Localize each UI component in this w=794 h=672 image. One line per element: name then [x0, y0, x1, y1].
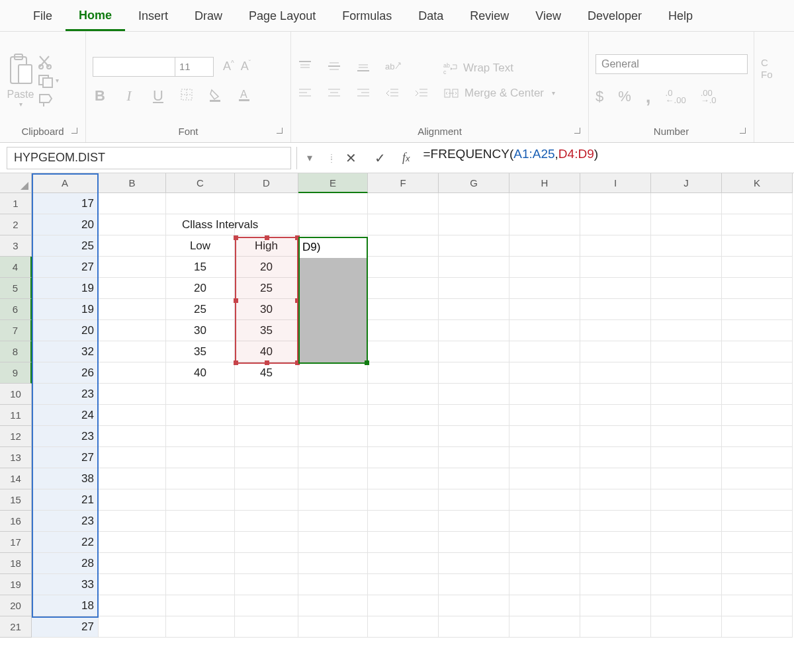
cell-A15[interactable]: 21	[32, 489, 99, 511]
cell-G7[interactable]	[439, 320, 509, 341]
cell-J10[interactable]	[651, 384, 722, 405]
decrease-indent-icon[interactable]	[385, 87, 400, 102]
cell-I20[interactable]	[580, 595, 651, 616]
cell-B1[interactable]	[99, 193, 166, 214]
column-header-C[interactable]: C	[166, 173, 235, 193]
cell-B17[interactable]	[99, 532, 166, 553]
cell-H14[interactable]	[509, 468, 580, 489]
cell-D6[interactable]: 30	[235, 299, 298, 320]
row-header-3[interactable]: 3	[0, 235, 32, 257]
row-header-9[interactable]: 9	[0, 362, 32, 384]
cell-H11[interactable]	[509, 405, 580, 426]
cell-D19[interactable]	[235, 574, 298, 595]
cell-J8[interactable]	[651, 341, 722, 362]
row-header-15[interactable]: 15	[0, 489, 32, 511]
align-top-icon[interactable]	[298, 60, 312, 75]
cell-J2[interactable]	[651, 214, 722, 235]
cell-D20[interactable]	[235, 595, 298, 616]
tab-draw[interactable]: Draw	[181, 1, 236, 30]
cell-G1[interactable]	[439, 193, 509, 214]
cell-F8[interactable]	[368, 341, 439, 362]
cell-D9[interactable]: 45	[235, 362, 298, 384]
cell-B3[interactable]	[99, 235, 166, 257]
cell-C4[interactable]: 15	[166, 257, 235, 278]
cell-B6[interactable]	[99, 299, 166, 320]
cell-F12[interactable]	[368, 426, 439, 447]
cell-F13[interactable]	[368, 447, 439, 468]
format-painter-icon[interactable]	[37, 92, 54, 106]
cell-I18[interactable]	[580, 553, 651, 574]
cell-D8[interactable]: 40	[235, 341, 298, 362]
cell-B20[interactable]	[99, 595, 166, 616]
cell-E1[interactable]	[298, 193, 368, 214]
cell-H18[interactable]	[509, 553, 580, 574]
cell-J3[interactable]	[651, 235, 722, 257]
row-header-19[interactable]: 19	[0, 574, 32, 595]
column-header-B[interactable]: B	[99, 173, 166, 193]
cell-I3[interactable]	[580, 235, 651, 257]
cell-B11[interactable]	[99, 405, 166, 426]
cell-D1[interactable]	[235, 193, 298, 214]
cell-A13[interactable]: 27	[32, 447, 99, 468]
cell-K17[interactable]	[722, 532, 793, 553]
conditional-formatting-partial[interactable]: C Fo	[761, 37, 781, 81]
cell-A1[interactable]: 17	[32, 193, 99, 214]
cell-J15[interactable]	[651, 489, 722, 511]
cell-E2[interactable]	[298, 214, 368, 235]
cell-B14[interactable]	[99, 468, 166, 489]
cell-D11[interactable]	[235, 405, 298, 426]
cell-K10[interactable]	[722, 384, 793, 405]
cell-D13[interactable]	[235, 447, 298, 468]
cell-J1[interactable]	[651, 193, 722, 214]
comma-format-icon[interactable]: ,	[646, 86, 651, 107]
cut-icon[interactable]	[37, 55, 54, 69]
cell-I1[interactable]	[580, 193, 651, 214]
cell-J18[interactable]	[651, 553, 722, 574]
cell-C17[interactable]	[166, 532, 235, 553]
cell-e4-editing[interactable]: D9)	[300, 238, 367, 257]
fill-color-icon[interactable]	[208, 87, 222, 105]
cell-A6[interactable]: 19	[32, 299, 99, 320]
column-header-I[interactable]: I	[580, 173, 651, 193]
cell-I14[interactable]	[580, 468, 651, 489]
resize-handle-icon[interactable]: ⋮⋮	[327, 155, 336, 161]
cell-I6[interactable]	[580, 299, 651, 320]
cell-B21[interactable]	[99, 616, 166, 638]
cell-B7[interactable]	[99, 320, 166, 341]
cell-A12[interactable]: 23	[32, 426, 99, 447]
borders-icon[interactable]	[180, 88, 193, 104]
cell-A2[interactable]: 20	[32, 214, 99, 235]
font-size-input[interactable]	[175, 57, 214, 77]
row-header-5[interactable]: 5	[0, 278, 32, 299]
row-header-14[interactable]: 14	[0, 468, 32, 489]
cell-E18[interactable]	[298, 553, 368, 574]
cell-I4[interactable]	[580, 257, 651, 278]
tab-pagelayout[interactable]: Page Layout	[236, 1, 329, 30]
cell-F14[interactable]	[368, 468, 439, 489]
cell-B18[interactable]	[99, 553, 166, 574]
cell-G2[interactable]	[439, 214, 509, 235]
tab-review[interactable]: Review	[457, 1, 522, 30]
cell-J16[interactable]	[651, 511, 722, 532]
cell-G8[interactable]	[439, 341, 509, 362]
cell-B2[interactable]	[99, 214, 166, 235]
tab-insert[interactable]: Insert	[125, 1, 181, 30]
cell-K1[interactable]	[722, 193, 793, 214]
tab-view[interactable]: View	[522, 1, 574, 30]
cell-J12[interactable]	[651, 426, 722, 447]
cell-H20[interactable]	[509, 595, 580, 616]
cell-K6[interactable]	[722, 299, 793, 320]
row-header-20[interactable]: 20	[0, 595, 32, 616]
cell-I17[interactable]	[580, 532, 651, 553]
cell-I9[interactable]	[580, 362, 651, 384]
cell-K11[interactable]	[722, 405, 793, 426]
cell-H4[interactable]	[509, 257, 580, 278]
cell-B12[interactable]	[99, 426, 166, 447]
decrease-decimal-icon[interactable]: .00→.0	[701, 89, 717, 104]
align-middle-icon[interactable]	[327, 60, 341, 75]
cell-J14[interactable]	[651, 468, 722, 489]
cell-B13[interactable]	[99, 447, 166, 468]
tab-formulas[interactable]: Formulas	[329, 1, 405, 30]
enter-formula-button[interactable]: ✓	[365, 147, 394, 169]
column-header-D[interactable]: D	[235, 173, 298, 193]
